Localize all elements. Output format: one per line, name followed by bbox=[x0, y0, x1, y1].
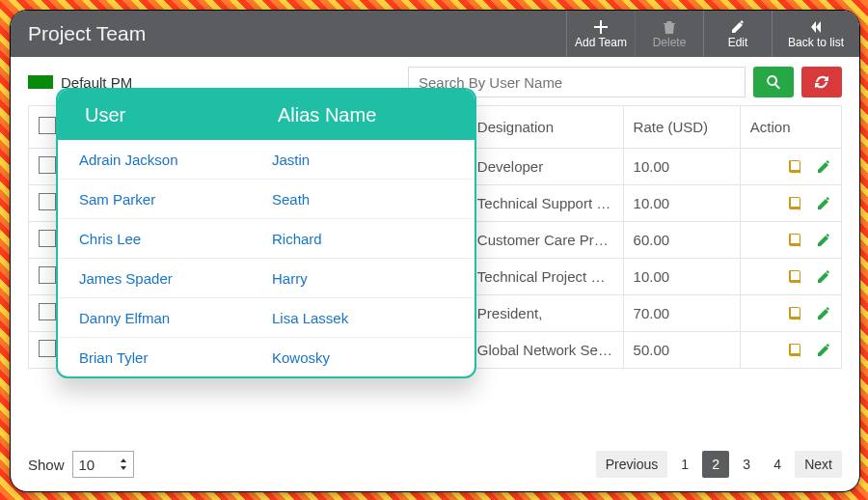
book-icon[interactable] bbox=[787, 159, 802, 175]
popover-user[interactable]: Danny Elfman bbox=[58, 310, 272, 326]
row-rate: 60.00 bbox=[623, 222, 740, 259]
row-actions bbox=[740, 149, 841, 185]
popover-user[interactable]: Chris Lee bbox=[58, 231, 272, 247]
popover-row[interactable]: Chris LeeRichard bbox=[58, 218, 475, 258]
popover-user[interactable]: Brian Tyler bbox=[58, 349, 272, 366]
edit-label: Edit bbox=[728, 36, 748, 49]
row-designation: Customer Care Profes.. bbox=[467, 222, 623, 259]
popover-alias[interactable]: Harry bbox=[272, 270, 475, 287]
back-label: Back to list bbox=[788, 36, 844, 49]
row-rate: 10.00 bbox=[623, 149, 740, 185]
row-designation: President, bbox=[467, 295, 623, 332]
row-actions bbox=[740, 332, 841, 369]
row-actions bbox=[740, 295, 841, 332]
book-icon[interactable] bbox=[787, 343, 802, 358]
col-rate[interactable]: Rate (USD) bbox=[623, 106, 740, 149]
table-wrapper: User Alias Name Designation Rate (USD) A… bbox=[11, 97, 859, 443]
checkbox-icon[interactable] bbox=[39, 193, 56, 210]
row-designation: Technical Support Spe.. bbox=[467, 185, 623, 222]
checkbox-icon[interactable] bbox=[39, 230, 56, 247]
popover-alias[interactable]: Richard bbox=[272, 231, 475, 247]
row-actions bbox=[740, 185, 841, 222]
add-team-button[interactable]: Add Team bbox=[566, 11, 635, 57]
show-label: Show bbox=[28, 457, 65, 473]
popover-user[interactable]: James Spader bbox=[58, 270, 272, 287]
chevrons-left-icon bbox=[808, 19, 824, 35]
edit-row-icon[interactable] bbox=[816, 233, 831, 248]
popover-row[interactable]: Danny ElfmanLisa Lassek bbox=[58, 297, 475, 337]
page-size-select[interactable]: 10 bbox=[72, 451, 134, 478]
popover-user[interactable]: Adrain Jackson bbox=[58, 152, 272, 168]
popover-row[interactable]: Sam ParkerSeath bbox=[58, 179, 475, 218]
edit-row-icon[interactable] bbox=[816, 196, 831, 211]
popover-col-alias: Alias Name bbox=[278, 104, 475, 126]
edit-row-icon[interactable] bbox=[816, 306, 831, 321]
row-designation: Developer bbox=[467, 149, 623, 185]
book-icon[interactable] bbox=[787, 306, 802, 321]
edit-row-icon[interactable] bbox=[816, 159, 831, 175]
col-designation[interactable]: Designation bbox=[467, 106, 623, 149]
checkbox-icon[interactable] bbox=[39, 266, 56, 284]
popover-row[interactable]: James SpaderHarry bbox=[58, 258, 475, 297]
page-2-button[interactable]: 2 bbox=[702, 451, 729, 478]
book-icon[interactable] bbox=[787, 196, 802, 211]
search-icon bbox=[766, 74, 781, 90]
row-rate: 70.00 bbox=[623, 295, 740, 332]
project-team-card: Project Team Add Team Delete Edit Back t… bbox=[10, 10, 860, 492]
book-icon[interactable] bbox=[787, 233, 802, 248]
page-4-button[interactable]: 4 bbox=[764, 451, 791, 478]
row-actions bbox=[740, 259, 841, 295]
back-to-list-button[interactable]: Back to list bbox=[772, 11, 859, 57]
search-button[interactable] bbox=[753, 67, 794, 97]
edit-row-icon[interactable] bbox=[816, 269, 831, 285]
checkbox-icon[interactable] bbox=[39, 340, 56, 357]
default-pm-swatch bbox=[28, 75, 53, 89]
stepper-icon bbox=[120, 458, 127, 470]
delete-button[interactable]: Delete bbox=[635, 11, 703, 57]
popover-row[interactable]: Adrain JacksonJastin bbox=[58, 140, 475, 179]
row-rate: 50.00 bbox=[623, 332, 740, 369]
popover-row[interactable]: Brian TylerKowosky bbox=[58, 337, 475, 376]
refresh-button[interactable] bbox=[801, 67, 842, 97]
popover-header: User Alias Name bbox=[58, 90, 475, 140]
popover-user[interactable]: Sam Parker bbox=[58, 191, 272, 208]
pencil-icon bbox=[730, 19, 746, 35]
popover-alias[interactable]: Lisa Lassek bbox=[272, 310, 475, 326]
popover-alias[interactable]: Seath bbox=[272, 191, 475, 208]
row-rate: 10.00 bbox=[623, 185, 740, 222]
plus-icon bbox=[593, 19, 609, 35]
checkbox-icon[interactable] bbox=[39, 156, 56, 174]
popover-alias[interactable]: Kowosky bbox=[272, 349, 475, 366]
page-title: Project Team bbox=[11, 11, 566, 57]
row-rate: 10.00 bbox=[623, 259, 740, 295]
edit-row-icon[interactable] bbox=[816, 343, 831, 358]
row-actions bbox=[740, 222, 841, 259]
page-1-button[interactable]: 1 bbox=[671, 451, 698, 478]
trash-icon bbox=[662, 19, 677, 35]
prev-page-button[interactable]: Previous bbox=[596, 451, 667, 478]
refresh-icon bbox=[814, 74, 829, 90]
row-designation: Global Network Servic.. bbox=[467, 332, 623, 369]
next-page-button[interactable]: Next bbox=[795, 451, 842, 478]
user-alias-popover: User Alias Name Adrain JacksonJastinSam … bbox=[56, 88, 476, 378]
checkbox-icon[interactable] bbox=[39, 303, 56, 320]
table-footer: Show 10 Previous 1234 Next bbox=[11, 443, 859, 491]
pagination: Previous 1234 Next bbox=[596, 451, 842, 478]
book-icon[interactable] bbox=[787, 269, 802, 285]
delete-label: Delete bbox=[653, 36, 687, 49]
checkbox-icon[interactable] bbox=[39, 117, 56, 134]
page-3-button[interactable]: 3 bbox=[733, 451, 760, 478]
popover-alias[interactable]: Jastin bbox=[272, 152, 475, 168]
row-designation: Technical Project Man.. bbox=[467, 259, 623, 295]
popover-col-user: User bbox=[58, 104, 278, 126]
add-team-label: Add Team bbox=[575, 36, 627, 49]
col-action: Action bbox=[740, 106, 841, 149]
edit-button[interactable]: Edit bbox=[703, 11, 772, 57]
page-size-value: 10 bbox=[79, 457, 95, 473]
header-bar: Project Team Add Team Delete Edit Back t… bbox=[11, 11, 859, 57]
